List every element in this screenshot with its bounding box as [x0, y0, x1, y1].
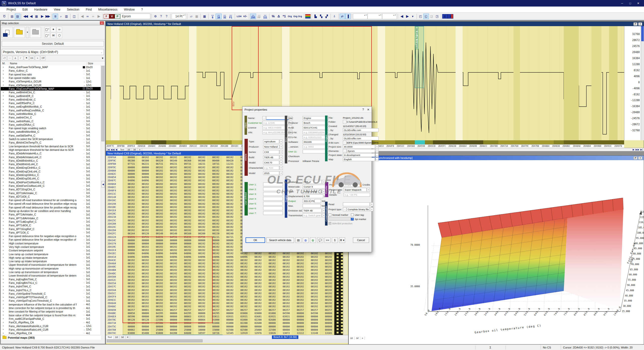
- field-input[interactable]: [263, 197, 283, 201]
- hex-cell[interactable]: 08192: [179, 285, 193, 288]
- globe-up-icon[interactable]: ◍: [310, 237, 316, 243]
- hex-cell[interactable]: 08192: [179, 186, 193, 189]
- hex-cell[interactable]: 08192: [193, 209, 208, 212]
- hex-cell[interactable]: 08192: [151, 298, 165, 301]
- hex-cell[interactable]: 08192: [179, 169, 193, 172]
- hex-cell[interactable]: 08192: [165, 272, 179, 275]
- hex-cell[interactable]: 00000: [165, 321, 179, 325]
- hex-cell[interactable]: 08192: [292, 275, 306, 278]
- toolbar-button[interactable]: ?: [158, 14, 164, 19]
- hex-cell[interactable]: 08192: [292, 265, 306, 268]
- field-input[interactable]: 8,700: [303, 194, 323, 198]
- menu-selection[interactable]: Selection: [64, 7, 82, 12]
- checkbox-box[interactable]: [351, 213, 354, 216]
- hex-cell[interactable]: 00000: [222, 318, 236, 321]
- hex-cell[interactable]: 08192: [222, 176, 236, 179]
- hex-cell[interactable]: 04295: [151, 312, 165, 315]
- hex-cell[interactable]: 08192: [222, 252, 236, 255]
- hex-cell[interactable]: 00280: [123, 159, 137, 162]
- hex-cell[interactable]: 08192: [208, 172, 222, 176]
- toolbar-button[interactable]: Ʊ: [2, 14, 7, 19]
- hex-cell[interactable]: 00257: [179, 308, 193, 312]
- hex-cell[interactable]: 08192: [222, 288, 236, 292]
- hex-cell[interactable]: 08192: [151, 275, 165, 278]
- hex-cell[interactable]: 08192: [151, 248, 165, 252]
- expand-arrow-button[interactable]: >: [370, 207, 373, 211]
- view-tab-3d[interactable]: 3d: [119, 336, 126, 339]
- hex-cell[interactable]: 00320: [151, 159, 165, 162]
- hex-cell[interactable]: 08192: [179, 192, 193, 195]
- field-input[interactable]: CX8.70: [263, 161, 279, 164]
- toolbar-button[interactable]: ◱: [423, 14, 429, 19]
- field-input[interactable]: In development: [343, 153, 375, 157]
- hex-cell[interactable]: 08192: [222, 189, 236, 192]
- hex-cell[interactable]: 00000: [320, 321, 334, 325]
- hex-cell[interactable]: 00000: [123, 172, 137, 176]
- map-list-item[interactable]: ≡Fan speed off-road debounce time for po…: [1, 206, 101, 209]
- window-titlebar[interactable]: 5 WinOLS5 for Default ─□✕: [0, 0, 644, 7]
- toolbar-button[interactable]: 32: [222, 14, 228, 19]
- hex-cell[interactable]: 08192: [123, 195, 137, 199]
- speech-bubble-icon[interactable]: 💬: [317, 237, 323, 243]
- hex-cell[interactable]: 08192: [137, 219, 151, 222]
- hex-cell[interactable]: 08192: [151, 182, 165, 186]
- expand-arrow-button[interactable]: >: [367, 188, 370, 192]
- hex-cell[interactable]: 00257: [306, 308, 320, 312]
- hex-cell[interactable]: 08192: [179, 172, 193, 176]
- hex-cell[interactable]: 10000: [193, 328, 208, 331]
- open-project-button[interactable]: [14, 27, 25, 38]
- hex-cell[interactable]: 08192: [208, 199, 222, 202]
- toolbar-button[interactable]: ▦: [194, 14, 199, 19]
- field-input[interactable]: [303, 204, 321, 208]
- session-selector[interactable]: Session: Default: [2, 41, 104, 47]
- hex-cell[interactable]: 08192: [222, 298, 236, 301]
- hex-cell[interactable]: 08192: [137, 209, 151, 212]
- hex-cell[interactable]: 00000: [306, 318, 320, 321]
- hex-cell[interactable]: 08192: [165, 248, 179, 252]
- hex-cell[interactable]: 12976: [250, 331, 264, 335]
- hex-cell[interactable]: 00220: [208, 232, 222, 235]
- hex-cell[interactable]: 08192: [222, 229, 236, 232]
- toolbar-button[interactable]: P: [115, 14, 120, 19]
- toolbar-button[interactable]: ▦: [34, 14, 39, 19]
- toolbar-button[interactable]: ▮: [448, 14, 453, 19]
- toolbar-button[interactable]: ▾: [410, 14, 416, 19]
- hex-cell[interactable]: 00000: [320, 312, 334, 315]
- hex-cell[interactable]: 08192: [165, 301, 179, 305]
- map-list-item[interactable]: ≡Fans_tiDT1tAirIntake_C·1x1: [1, 191, 101, 195]
- hex-cell[interactable]: 08192: [123, 215, 137, 218]
- map-list-item[interactable]: ≡time correction for fan setpoint torque…: [1, 306, 101, 310]
- hex-cell[interactable]: 08192: [208, 209, 222, 212]
- hex-cell[interactable]: 08192: [165, 298, 179, 301]
- hex-cell[interactable]: 08192: [306, 305, 320, 308]
- hex-cell[interactable]: 00000: [278, 318, 292, 321]
- hex-cell[interactable]: 08192: [165, 229, 179, 232]
- hex-cell[interactable]: 08192: [165, 169, 179, 172]
- browse-dots-button[interactable]: ...: [343, 149, 346, 153]
- checkbox-noreadmarker[interactable]: Noread marker: [329, 213, 351, 217]
- hex-cell[interactable]: 08192: [250, 278, 264, 282]
- map-list-item[interactable]: ≡Fans_tiDebFanCluMaxLoHi_C·1x1: [1, 184, 101, 188]
- hex-cell[interactable]: 08192: [123, 182, 137, 186]
- field-input[interactable]: 333-37: [303, 199, 311, 203]
- hex-cell[interactable]: 08192: [292, 268, 306, 272]
- hex-cell[interactable]: 00000: [193, 325, 208, 328]
- hex-cell[interactable]: 08192: [236, 305, 250, 308]
- hex-cell[interactable]: 08192: [306, 278, 320, 282]
- hex-cell[interactable]: 00000: [179, 242, 193, 245]
- hex-cell[interactable]: 08192: [151, 262, 165, 265]
- map-list-item[interactable]: ≡Fans_rAirIntaketoRatioLoHi_CUR→12x1: [1, 328, 101, 331]
- hex-cell[interactable]: -22586: [151, 318, 165, 321]
- hex-cell[interactable]: 08192: [193, 199, 208, 202]
- hex-cell[interactable]: 08192: [123, 265, 137, 268]
- projects-versions-maps-dropdown[interactable]: Projects, Versions & Maps: (Ctrl+Shift+F…: [2, 49, 104, 55]
- hex-cell[interactable]: 08192: [151, 179, 165, 182]
- hex-cell[interactable]: 08192: [306, 301, 320, 305]
- toolbar-button[interactable]: ▤: [9, 14, 15, 19]
- hex-cell[interactable]: 08192: [151, 192, 165, 195]
- hex-cell[interactable]: 08192: [123, 199, 137, 202]
- hex-cell[interactable]: 08192: [264, 288, 278, 292]
- hex-cell[interactable]: 08192: [137, 301, 151, 305]
- toolbar-button[interactable]: 16: [216, 14, 222, 19]
- hex-cell[interactable]: 00240: [222, 232, 236, 235]
